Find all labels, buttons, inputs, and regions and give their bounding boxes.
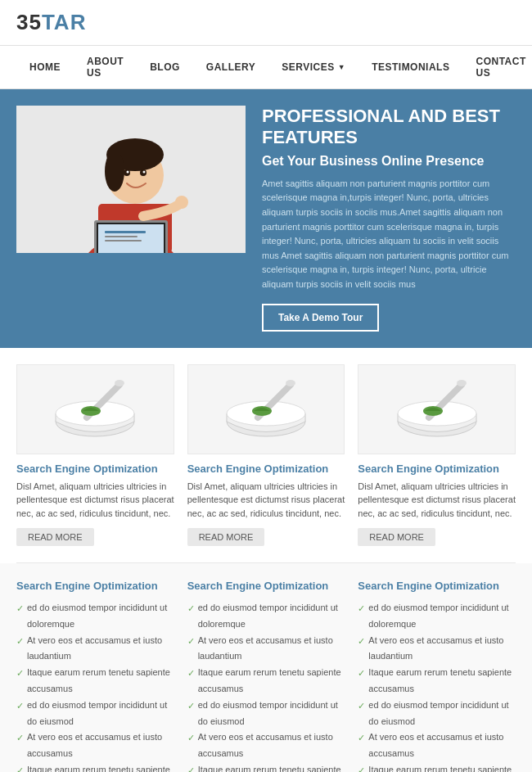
feature-1-title: Search Engine Optimization — [16, 580, 174, 592]
logo: 35TAR — [16, 10, 516, 35]
list-item: At vero eos et accusamus et iusto accusa… — [187, 729, 345, 762]
cards-section: Search Engine Optimization Disl Amet, al… — [0, 348, 532, 563]
features-section: Search Engine Optimization ed do eiusmod… — [0, 563, 532, 772]
list-item: At vero eos et accusamus et iusto accusa… — [358, 729, 516, 762]
svg-point-15 — [127, 171, 129, 174]
card-3-read-more[interactable]: READ MORE — [358, 528, 435, 546]
svg-rect-8 — [98, 224, 164, 253]
list-item: ed do eiusmod tempor incididunt ut do ei… — [16, 698, 174, 730]
nav-item-blog[interactable]: BLOG — [137, 52, 193, 83]
nav-item-contact[interactable]: CONTACT US — [462, 46, 532, 88]
svg-point-16 — [143, 171, 146, 174]
hero-title: PROFESSIONAL AND BEST FEATURES — [262, 106, 516, 149]
svg-rect-10 — [105, 236, 138, 237]
navigation: HOME ABOUT US BLOG GALLERY SERVICES ▼ TE… — [0, 45, 532, 89]
card-2-title: Search Engine Optimization — [187, 463, 345, 475]
list-item: Itaque earum rerum tenetu sapiente rerum… — [16, 762, 174, 772]
nav-item-gallery[interactable]: GALLERY — [193, 52, 268, 83]
logo-suffix: TAR — [42, 10, 87, 34]
list-item: Itaque earum rerum tenetu sapiente accus… — [187, 665, 345, 698]
card-3-image — [358, 364, 516, 454]
feature-2-title: Search Engine Optimization — [187, 580, 345, 592]
nav-item-home[interactable]: HOME — [16, 52, 74, 83]
feature-3-list: ed do eiusmod tempor incididunt ut dolor… — [358, 600, 516, 772]
card-1-image — [16, 364, 174, 454]
svg-point-12 — [175, 196, 188, 209]
logo-text: 35 — [16, 10, 42, 34]
list-item: At vero eos et accusamus et iusto accusa… — [16, 729, 174, 762]
list-item: ed do eiusmod tempor incididunt ut do ei… — [358, 698, 516, 730]
hero-section: PROFESSIONAL AND BEST FEATURES Get Your … — [0, 89, 532, 348]
svg-point-33 — [457, 380, 467, 386]
svg-point-21 — [115, 380, 124, 386]
hero-image — [16, 106, 246, 253]
card-1-title: Search Engine Optimization — [16, 463, 174, 475]
list-item: ed do eiusmod tempor incididunt ut dolor… — [187, 600, 345, 633]
list-item: Itaque earum rerum tenetu sapiente rerum… — [187, 762, 345, 772]
feature-3: Search Engine Optimization ed do eiusmod… — [358, 580, 516, 772]
card-3-text: Disl Amet, aliquam ultricies ultricies i… — [358, 480, 516, 521]
card-3: Search Engine Optimization Disl Amet, al… — [358, 364, 516, 547]
svg-point-27 — [286, 380, 295, 386]
nav-item-testimonials[interactable]: TESTIMONIALS — [358, 52, 462, 83]
nav-item-about[interactable]: ABOUT US — [74, 46, 137, 88]
card-3-title: Search Engine Optimization — [358, 463, 516, 475]
hero-content: PROFESSIONAL AND BEST FEATURES Get Your … — [262, 106, 516, 332]
card-2: Search Engine Optimization Disl Amet, al… — [187, 364, 345, 547]
list-item: ed do eiusmod tempor incididunt ut dolor… — [358, 600, 516, 633]
feature-2-list: ed do eiusmod tempor incididunt ut dolor… — [187, 600, 345, 772]
card-2-image — [187, 364, 345, 454]
hero-text: Amet sagittis aliquam non parturient mag… — [262, 177, 516, 292]
dropdown-arrow-icon: ▼ — [338, 63, 345, 71]
list-item: ed do eiusmod tempor incididunt ut dolor… — [16, 600, 174, 633]
demo-tour-button[interactable]: Take A Demo Tour — [262, 304, 379, 332]
list-item: At vero eos et accusamus et iusto laudan… — [187, 633, 345, 666]
list-item: Itaque earum rerum tenetu sapiente accus… — [16, 665, 174, 698]
card-2-read-more[interactable]: READ MORE — [187, 528, 265, 546]
svg-rect-11 — [105, 240, 142, 242]
feature-1: Search Engine Optimization ed do eiusmod… — [16, 580, 174, 772]
card-1: Search Engine Optimization Disl Amet, al… — [16, 364, 174, 547]
card-1-text: Disl Amet, aliquam ultricies ultricies i… — [16, 480, 174, 521]
svg-point-4 — [105, 151, 124, 192]
feature-3-title: Search Engine Optimization — [358, 580, 516, 592]
list-item: At vero eos et accusamus et iusto laudan… — [358, 633, 516, 666]
list-item: Itaque earum rerum tenetu sapiente rerum… — [358, 762, 516, 772]
card-2-text: Disl Amet, aliquam ultricies ultricies i… — [187, 480, 345, 521]
list-item: ed do eiusmod tempor incididunt ut do ei… — [187, 698, 345, 730]
hero-subtitle: Get Your Business Online Presence — [262, 154, 516, 169]
header: 35TAR — [0, 0, 532, 45]
card-1-read-more[interactable]: READ MORE — [16, 528, 94, 546]
list-item: At vero eos et accusamus et iusto laudan… — [16, 633, 174, 666]
feature-1-list: ed do eiusmod tempor incididunt ut dolor… — [16, 600, 174, 772]
nav-item-services[interactable]: SERVICES ▼ — [268, 52, 358, 83]
list-item: Itaque earum rerum tenetu sapiente accus… — [358, 665, 516, 698]
svg-rect-9 — [105, 231, 146, 233]
feature-2: Search Engine Optimization ed do eiusmod… — [187, 580, 345, 772]
